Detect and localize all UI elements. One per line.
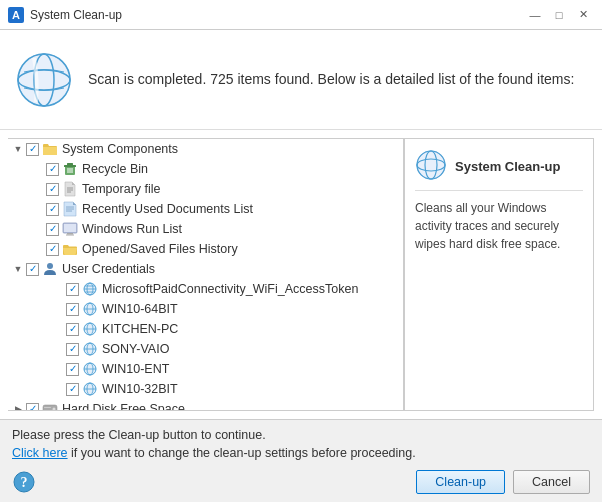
- tree-item[interactable]: ▶ Recently Used Documents List: [8, 199, 403, 219]
- app-icon: A: [8, 7, 24, 23]
- svg-rect-19: [64, 224, 76, 232]
- minimize-button[interactable]: —: [524, 4, 546, 26]
- folder-icon: [42, 141, 58, 157]
- temp-file-icon: [62, 181, 78, 197]
- checkbox-run-list[interactable]: [46, 223, 59, 236]
- expand-arrow[interactable]: ▼: [12, 143, 24, 155]
- tree-label-kitchen-pc: KITCHEN-PC: [102, 322, 178, 336]
- checkbox-ms-wifi[interactable]: [66, 283, 79, 296]
- system-cleanup-icon: [415, 149, 447, 184]
- app-logo: [16, 52, 72, 108]
- maximize-button[interactable]: □: [548, 4, 570, 26]
- globe-icon: [82, 301, 98, 317]
- bottom-line1: Please press the Clean-up button to cont…: [12, 428, 590, 442]
- svg-rect-20: [67, 233, 73, 235]
- tree-label-run-list: Windows Run List: [82, 222, 182, 236]
- checkbox-win10-32bit[interactable]: [66, 383, 79, 396]
- svg-text:A: A: [12, 9, 20, 21]
- tree-label-win10-32bit: WIN10-32BIT: [102, 382, 178, 396]
- bottom-line2: Click here if you want to change the cle…: [12, 446, 590, 460]
- tree-item[interactable]: ▶ WIN10-64BIT: [8, 299, 403, 319]
- globe-icon: [82, 361, 98, 377]
- info-pane-body: Cleans all your Windows activity traces …: [415, 199, 583, 253]
- tree-pane[interactable]: ▼ System Components ▶: [8, 138, 404, 411]
- checkbox-recent-docs[interactable]: [46, 203, 59, 216]
- tree-label-recent-docs: Recently Used Documents List: [82, 202, 253, 216]
- svg-point-22: [47, 263, 53, 269]
- checkbox-kitchen-pc[interactable]: [66, 323, 79, 336]
- recycle-bin-icon: [62, 161, 78, 177]
- tree-item[interactable]: ▶ Opened/Saved Files History: [8, 239, 403, 259]
- tree-label-opened-files: Opened/Saved Files History: [82, 242, 238, 256]
- globe-icon: [82, 341, 98, 357]
- tree-item[interactable]: ▶ WIN10-ENT: [8, 359, 403, 379]
- bottom-actions: ? Clean-up Cancel: [12, 470, 590, 494]
- checkbox-win10-ent[interactable]: [66, 363, 79, 376]
- tree-label-system-components: System Components: [62, 142, 178, 156]
- header-area: Scan is completed. 725 items found. Belo…: [0, 30, 602, 130]
- tree-item[interactable]: ▶ Recycle Bin: [8, 159, 403, 179]
- hd-icon: [42, 401, 58, 410]
- tree-scroll[interactable]: ▼ System Components ▶: [8, 139, 403, 410]
- action-buttons: Clean-up Cancel: [416, 470, 590, 494]
- globe-icon: [82, 321, 98, 337]
- click-here-link[interactable]: Click here: [12, 446, 68, 460]
- expand-arrow[interactable]: ▼: [12, 263, 24, 275]
- tree-item[interactable]: ▶ KITCHEN-PC: [8, 319, 403, 339]
- checkbox-opened-files[interactable]: [46, 243, 59, 256]
- folder-open-icon: [62, 241, 78, 257]
- header-message: Scan is completed. 725 items found. Belo…: [88, 70, 574, 90]
- checkbox-user-creds[interactable]: [26, 263, 39, 276]
- tree-item[interactable]: ▼ User Credentials: [8, 259, 403, 279]
- info-pane-title: System Clean-up: [455, 159, 560, 174]
- checkbox-system-components[interactable]: [26, 143, 39, 156]
- info-pane: System Clean-up Cleans all your Windows …: [404, 138, 594, 411]
- cancel-button[interactable]: Cancel: [513, 470, 590, 494]
- svg-rect-8: [67, 163, 73, 165]
- tree-item[interactable]: ▶ WIN10-32BIT: [8, 379, 403, 399]
- tree-item[interactable]: ▶ Hard Disk Free Space: [8, 399, 403, 410]
- window-controls: — □ ✕: [524, 4, 594, 26]
- tree-label-sony-vaio: SONY-VAIO: [102, 342, 169, 356]
- recent-docs-icon: [62, 201, 78, 217]
- tree-label-hd-free: Hard Disk Free Space: [62, 402, 185, 410]
- close-button[interactable]: ✕: [572, 4, 594, 26]
- main-content: ▼ System Components ▶: [0, 130, 602, 419]
- bottom-line2-text: if you want to change the clean-up setti…: [68, 446, 416, 460]
- info-pane-header: System Clean-up: [415, 149, 583, 191]
- checkbox-temp-file[interactable]: [46, 183, 59, 196]
- svg-rect-21: [66, 235, 74, 236]
- expand-arrow[interactable]: ▶: [12, 403, 24, 410]
- help-icon[interactable]: ?: [12, 470, 36, 494]
- cleanup-button[interactable]: Clean-up: [416, 470, 505, 494]
- checkbox-sony-vaio[interactable]: [66, 343, 79, 356]
- checkbox-win10-64bit[interactable]: [66, 303, 79, 316]
- user-credentials-icon: [42, 261, 58, 277]
- tree-item[interactable]: ▶ Windows Run List: [8, 219, 403, 239]
- tree-item[interactable]: ▶ Temporary file: [8, 179, 403, 199]
- title-bar: A System Clean-up — □ ✕: [0, 0, 602, 30]
- bottom-area: Please press the Clean-up button to cont…: [0, 419, 602, 502]
- svg-rect-45: [44, 407, 51, 408]
- tree-label-temp-file: Temporary file: [82, 182, 161, 196]
- tree-item[interactable]: ▶ SONY-VAIO: [8, 339, 403, 359]
- checkbox-recycle-bin[interactable]: [46, 163, 59, 176]
- tree-label-recycle-bin: Recycle Bin: [82, 162, 148, 176]
- globe-icon: [82, 281, 98, 297]
- svg-rect-7: [64, 165, 76, 167]
- tree-label-win10-ent: WIN10-ENT: [102, 362, 169, 376]
- globe-icon: [82, 381, 98, 397]
- tree-item[interactable]: ▼ System Components: [8, 139, 403, 159]
- monitor-icon: [62, 221, 78, 237]
- tree-item[interactable]: ▶ MicrosoftPaidConnectivity_WiFi_AccessT…: [8, 279, 403, 299]
- svg-text:?: ?: [21, 475, 28, 490]
- tree-label-ms-wifi: MicrosoftPaidConnectivity_WiFi_AccessTok…: [102, 282, 358, 296]
- checkbox-hd-free[interactable]: [26, 403, 39, 411]
- tree-label-user-creds: User Credentials: [62, 262, 155, 276]
- window-title: System Clean-up: [30, 8, 524, 22]
- tree-label-win10-64bit: WIN10-64BIT: [102, 302, 178, 316]
